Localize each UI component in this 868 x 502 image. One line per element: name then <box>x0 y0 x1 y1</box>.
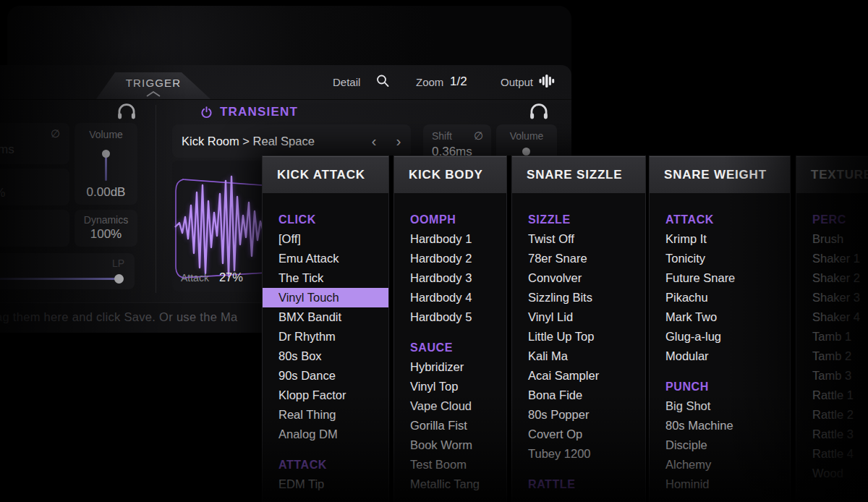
preset-item[interactable]: Covert Op <box>512 425 645 444</box>
preset-item[interactable]: Klopp Factor <box>263 386 388 405</box>
preset-item[interactable]: Rattle 3 <box>796 425 868 444</box>
preset-item[interactable]: Test Boom <box>394 455 506 475</box>
preset-item[interactable]: Emu Attack <box>263 249 388 268</box>
preset-item[interactable]: EDM Tip <box>263 475 388 494</box>
preset-item[interactable]: Wood <box>796 464 868 483</box>
preset-item[interactable]: Vinyl Top <box>394 377 506 396</box>
preset-item[interactable]: [Off] <box>263 229 388 249</box>
preset-item[interactable]: Rattle 2 <box>796 405 868 425</box>
filter-slider-track[interactable] <box>0 278 122 280</box>
preset-item[interactable]: Hybridizer <box>394 357 506 377</box>
volume-label: Volume <box>496 130 557 142</box>
preset-item[interactable]: Future Snare <box>650 268 790 288</box>
preset-item[interactable]: Hardbody 2 <box>394 249 506 268</box>
preset-category-header[interactable]: KICK BODY <box>394 156 506 193</box>
phase-icon[interactable]: ∅ <box>474 129 483 142</box>
volume-label: Volume <box>75 129 137 140</box>
preset-item[interactable]: Modular <box>650 346 790 366</box>
preset-item[interactable]: Rattle 4 <box>796 444 868 464</box>
preset-category-header[interactable]: TEXTURES <box>796 156 868 193</box>
preset-item[interactable]: Book Worm <box>394 435 506 455</box>
preset-selector[interactable]: Kick Room > Real Space ‹ › <box>172 124 411 158</box>
preset-name: Kick Room > Real Space <box>182 135 362 148</box>
preset-category-header[interactable]: SNARE SIZZLE <box>512 156 645 193</box>
hp-lp-filter-control[interactable]: HP LP <box>0 253 135 289</box>
footer-hint-text: ag them here and click Save. Or use the … <box>0 310 238 324</box>
preset-item[interactable]: Hardbody 4 <box>394 288 506 307</box>
preset-category-header[interactable]: SNARE WEIGHT <box>650 156 790 193</box>
preset-item[interactable]: Shaker 3 <box>796 288 868 307</box>
preset-item[interactable]: Hardbody 1 <box>394 229 506 249</box>
preset-column: TEXTURESPERCBrushShaker 1Shaker 2Shaker … <box>796 156 868 502</box>
preset-group-title: OOMPH <box>394 210 506 229</box>
preset-item[interactable]: BMX Bandit <box>263 307 388 327</box>
preset-item[interactable]: Pikachu <box>650 288 790 307</box>
preset-item[interactable]: 90s Dance <box>263 366 388 386</box>
preset-item[interactable]: Brush <box>796 229 868 249</box>
magnifier-icon[interactable] <box>375 74 390 88</box>
preset-item[interactable]: Tamb 1 <box>796 327 868 346</box>
preset-item[interactable]: Mark Two <box>650 307 790 327</box>
preset-item[interactable]: Twist Off <box>512 229 645 249</box>
volume-control-left[interactable]: Volume 0.00dB <box>75 123 137 205</box>
preset-column: KICK ATTACKCLICK[Off]Emu AttackThe TickV… <box>262 156 389 502</box>
preset-item[interactable]: Convolver <box>512 268 645 288</box>
preset-item[interactable]: Krimp It <box>650 229 790 249</box>
preset-item[interactable]: Tamb 2 <box>796 346 868 366</box>
preset-item[interactable]: Gorilla Fist <box>394 416 506 435</box>
output-label[interactable]: Output <box>501 76 533 88</box>
preset-item[interactable]: Hominid <box>650 475 790 494</box>
pan-control[interactable]: Pan C <box>0 210 69 247</box>
volume-slider-thumb[interactable] <box>522 148 530 156</box>
preset-item[interactable]: 80s Machine <box>650 416 790 435</box>
preset-item[interactable]: Alchemy <box>650 455 790 475</box>
preset-item[interactable]: Bona Fide <box>512 386 645 405</box>
tab-trigger[interactable]: TRIGGER <box>96 72 210 99</box>
preset-item[interactable]: Sizzling Bits <box>512 288 645 307</box>
next-preset-button[interactable]: › <box>386 132 411 150</box>
header-divider <box>0 99 571 100</box>
preset-item[interactable]: Tubey 1200 <box>512 444 645 464</box>
preset-item[interactable]: The Tick <box>263 268 388 288</box>
preset-item[interactable]: Disciple <box>650 435 790 455</box>
preset-item[interactable]: Big Shot <box>650 396 790 416</box>
preset-item[interactable]: Glug-a-lug <box>650 327 790 346</box>
headphone-icon[interactable] <box>529 103 549 120</box>
preset-item[interactable]: 80s Box <box>263 346 388 366</box>
attack-value[interactable]: 27% <box>219 271 243 284</box>
lp-slider-thumb[interactable] <box>114 274 124 284</box>
dynamics-control[interactable]: Dynamics 100% <box>75 210 137 247</box>
preset-item[interactable]: Shaker 1 <box>796 249 868 268</box>
preset-item[interactable]: Rattle 1 <box>796 386 868 405</box>
preset-item[interactable]: Shaker 4 <box>796 307 868 327</box>
preset-item[interactable]: Kali Ma <box>512 346 645 366</box>
preset-item[interactable]: Acai Sampler <box>512 366 645 386</box>
preset-list: ATTACKKrimp ItTonicityFuture SnarePikach… <box>650 193 790 494</box>
zoom-value[interactable]: 1/2 <box>450 75 467 89</box>
preset-item[interactable]: Tamb 3 <box>796 366 868 386</box>
preset-item[interactable]: 80s Popper <box>512 405 645 425</box>
headphone-icon[interactable] <box>116 103 137 120</box>
preset-item[interactable]: Hardbody 5 <box>394 307 506 327</box>
volume-slider-thumb[interactable] <box>102 150 110 158</box>
width-control[interactable]: Width 100% <box>0 169 69 205</box>
preset-item[interactable]: Metallic Tang <box>394 475 506 494</box>
output-waveform-icon[interactable] <box>539 74 555 88</box>
shift-control-left[interactable]: Shift ∅ 0.00ms <box>0 123 69 164</box>
preset-item[interactable]: Dr Rhythm <box>263 327 388 346</box>
preset-item[interactable]: Hardbody 3 <box>394 268 506 288</box>
preset-category-header[interactable]: KICK ATTACK <box>263 156 388 193</box>
preset-item[interactable]: Vape Cloud <box>394 396 506 416</box>
phase-icon[interactable]: ∅ <box>51 127 60 140</box>
power-icon[interactable] <box>200 106 213 119</box>
preset-item[interactable]: Vinyl Touch <box>263 288 388 307</box>
preset-item[interactable]: Analog DM <box>263 425 388 444</box>
preset-item[interactable]: Little Up Top <box>512 327 645 346</box>
detail-label[interactable]: Detail <box>333 76 360 88</box>
preset-item[interactable]: Vinyl Lid <box>512 307 645 327</box>
prev-preset-button[interactable]: ‹ <box>362 132 386 150</box>
preset-item[interactable]: Real Thing <box>263 405 388 425</box>
preset-item[interactable]: 78er Snare <box>512 249 645 268</box>
preset-item[interactable]: Tonicity <box>650 249 790 268</box>
preset-item[interactable]: Shaker 2 <box>796 268 868 288</box>
